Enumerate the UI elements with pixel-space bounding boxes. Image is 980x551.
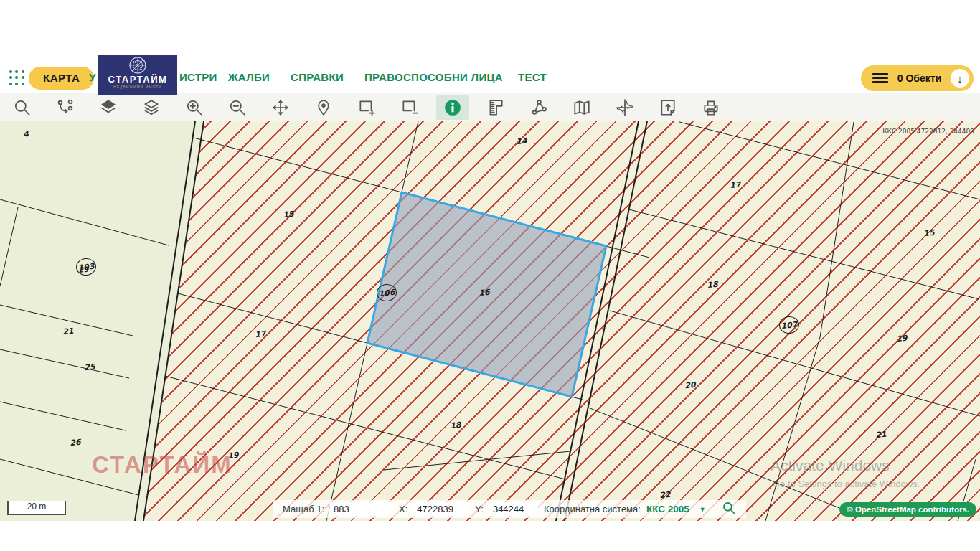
scale-label: Мащаб 1: [283,504,324,514]
logo-title: СТАРТАЙМ [108,75,168,85]
export-icon[interactable] [651,95,684,120]
parcel-label: 15 [283,209,295,220]
parcel-label: 14 [516,136,528,147]
zoom-window-in-icon[interactable] [350,95,383,120]
logo-tagline: НЕДВИЖИМИ ИМОТИ [113,85,162,90]
measure-area-icon[interactable] [522,95,555,120]
parcel-label: 17 [730,180,742,191]
nav-item-3[interactable]: СПРАВКИ [291,71,344,83]
parcel-line [384,451,570,470]
top-navbar: КАРТА УИСТРИЖАЛБИСПРАВКИПРАВОСПОСОБНИ ЛИ… [0,63,980,93]
basemaps-icon[interactable] [92,95,125,120]
parcel-label: 15 [923,228,936,239]
parcel-label: 21 [62,326,75,337]
scale-bar: 20 m [7,501,66,515]
nav-item-5[interactable]: ТЕСТ [518,71,547,83]
coordinates-icon[interactable] [608,95,641,120]
nav-item-4[interactable]: ПРАВОСПОСОБНИ ЛИЦА [364,71,503,83]
menu-icon[interactable] [872,73,888,83]
nav-item-2[interactable]: ЖАЛБИ [228,71,270,83]
crs-label: Координатна система: [544,504,641,514]
parcel-label: 25 [84,362,96,373]
parcel-line [178,293,367,343]
map-tab-button[interactable]: КАРТА [29,67,94,90]
parcel-label: 18 [450,420,462,431]
parcel-line [402,121,418,192]
startime-watermark: СТАРТАЙМ [92,451,232,479]
crs-select[interactable]: ККС 2005 [646,504,689,514]
parcel-line [0,199,169,245]
startime-logo: СТАРТАЙМ НЕДВИЖИМИ ИМОТИ [98,55,177,95]
parcel-line [765,337,820,521]
map-statusbar: Мащаб 1: X: Y: Координатна система: ККС … [273,500,746,518]
parcel-line [820,122,854,337]
activate-windows-subtext: Go to Settings to activate Windows. [773,479,920,489]
activate-windows-watermark: Activate Windows [771,457,890,474]
scale-input[interactable] [330,502,393,516]
nav-item-1[interactable]: ИСТРИ [179,71,217,83]
parcel-line [0,349,129,378]
parcel-line [0,402,126,430]
print-icon[interactable] [694,95,727,120]
measure-icon[interactable] [479,95,512,120]
map-corner-coordinates: ККС 2005 4722812, 344409 [882,128,974,135]
objects-count-label: 0 Обекти [888,72,951,84]
apps-grid-icon[interactable] [9,70,25,86]
parcel-line [606,246,649,258]
search-tool-icon[interactable] [6,95,39,120]
download-arrow-icon[interactable]: ↓ [951,69,969,88]
logo-emblem-icon [128,56,147,75]
parcel-label: 19 [896,334,908,344]
parcel-line [194,138,402,192]
info-tool-icon[interactable] [436,95,469,120]
parcel-sublabel: 29 [78,265,89,274]
zoom-window-out-icon[interactable] [393,95,426,120]
y-coordinate-input[interactable] [489,502,538,516]
crs-dropdown-caret-icon[interactable]: ▼ [699,506,706,513]
map-sheet-icon[interactable] [565,95,598,120]
zoom-out-icon[interactable] [221,95,254,120]
x-label: X: [399,504,407,514]
parcel-label: 26 [70,438,82,448]
gis-application: КАРТА УИСТРИЖАЛБИСПРАВКИПРАВОСПОСОБНИ ЛИ… [0,0,980,551]
parcel-label: 22 [659,490,672,501]
coordinate-search-icon[interactable] [722,501,736,518]
locate-pin-icon[interactable] [307,95,340,120]
map-toolbar [0,93,980,121]
y-label: Y: [475,504,484,514]
select-features-icon[interactable] [49,95,82,120]
parcel-label: 20 [684,380,697,391]
parcel-label: 4 [23,129,29,139]
parcel-label: 18 [707,280,719,291]
layers-icon[interactable] [135,95,168,120]
parcel-label: 21 [875,430,887,441]
pan-icon[interactable] [264,95,297,120]
parcel-line [0,207,18,286]
osm-attribution: © OpenStreetMap contributors. [839,502,976,517]
zoom-in-icon[interactable] [178,95,211,120]
parcel-line [629,209,979,299]
parcel-label: 16 [479,288,491,298]
objects-pill[interactable]: 0 Обекти ↓ [861,65,974,91]
nav-item-0[interactable]: У [89,71,96,83]
parcel-label: 17 [255,329,267,340]
map-canvas[interactable]: 4141517151032910616181710721252026182119… [0,121,980,521]
parcel-line [326,343,367,521]
x-coordinate-input[interactable] [413,502,469,516]
